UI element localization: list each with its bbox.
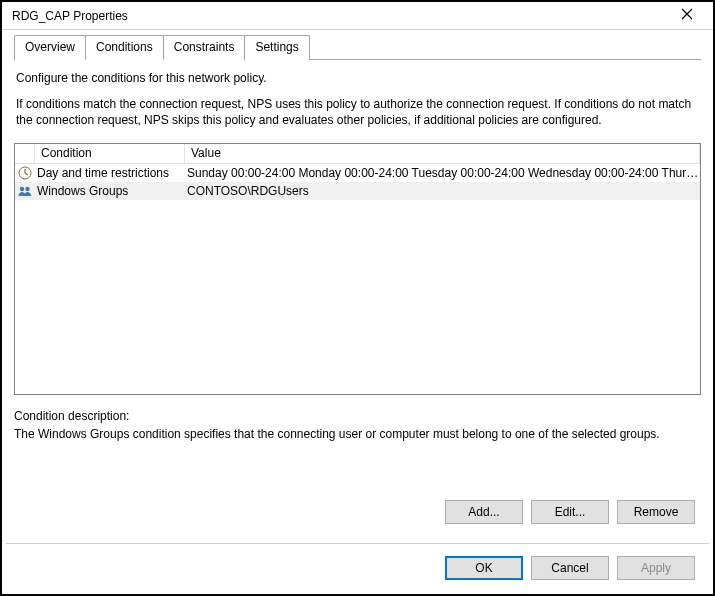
instructions-line2: If conditions match the connection reque… [16, 96, 699, 128]
cell-value: CONTOSO\RDGUsers [185, 184, 700, 198]
table-row[interactable]: Day and time restrictionsSunday 00:00-24… [15, 164, 700, 182]
cancel-button[interactable]: Cancel [531, 556, 609, 580]
close-button[interactable] [667, 5, 707, 27]
ok-button[interactable]: OK [445, 556, 523, 580]
table-row[interactable]: Windows GroupsCONTOSO\RDGUsers [15, 182, 700, 200]
col-header-value[interactable]: Value [185, 144, 700, 163]
cell-value: Sunday 00:00-24:00 Monday 00:00-24:00 Tu… [185, 166, 700, 180]
remove-button[interactable]: Remove [617, 500, 695, 524]
cell-condition: Day and time restrictions [35, 166, 185, 180]
tab-overview[interactable]: Overview [14, 35, 86, 60]
apply-button[interactable]: Apply [617, 556, 695, 580]
condition-description-text: The Windows Groups condition specifies t… [14, 427, 701, 441]
condition-description-label: Condition description: [14, 409, 701, 423]
tab-constraints[interactable]: Constraints [163, 35, 246, 60]
svg-point-1 [20, 186, 24, 190]
title-bar: RDG_CAP Properties [2, 2, 713, 30]
dialog-buttons: OK Cancel Apply [445, 556, 695, 580]
group-icon [15, 183, 35, 199]
dialog-content: Overview Conditions Constraints Settings… [2, 30, 713, 441]
close-icon [679, 6, 695, 25]
col-header-icon [15, 144, 35, 163]
clock-icon [15, 165, 35, 181]
cell-condition: Windows Groups [35, 184, 185, 198]
tab-settings[interactable]: Settings [244, 35, 309, 60]
edit-button[interactable]: Edit... [531, 500, 609, 524]
tab-strip: Overview Conditions Constraints Settings [14, 34, 701, 60]
conditions-rows: Day and time restrictionsSunday 00:00-24… [15, 164, 700, 200]
conditions-list-header: Condition Value [15, 144, 700, 164]
conditions-list[interactable]: Condition Value Day and time restriction… [14, 143, 701, 395]
tab-conditions[interactable]: Conditions [85, 35, 164, 60]
col-header-condition[interactable]: Condition [35, 144, 185, 163]
instructions-line1: Configure the conditions for this networ… [16, 70, 699, 86]
condition-action-buttons: Add... Edit... Remove [445, 500, 695, 524]
svg-point-2 [25, 186, 29, 190]
add-button[interactable]: Add... [445, 500, 523, 524]
dialog-divider [6, 543, 709, 544]
window-title: RDG_CAP Properties [12, 9, 667, 23]
